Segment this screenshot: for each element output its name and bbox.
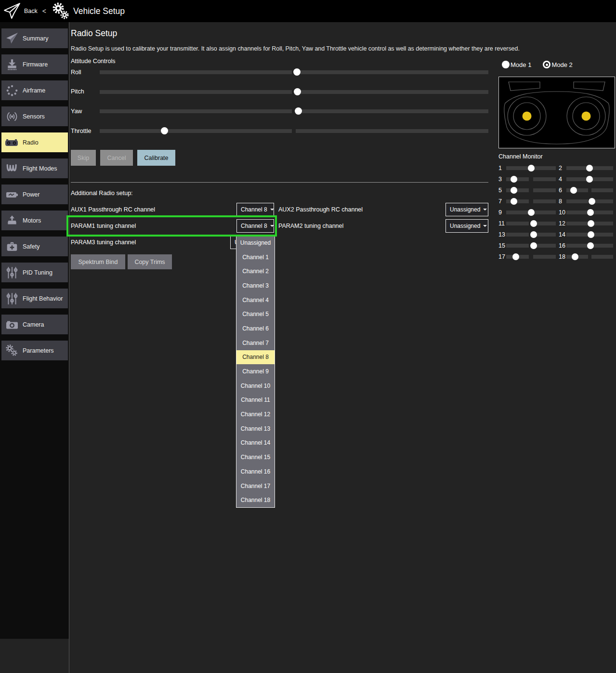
sidebar-item-label: Safety — [23, 243, 39, 250]
channel-10-monitor-bar — [566, 211, 613, 214]
channel-number: 6 — [559, 187, 566, 194]
dropdown-option-channel-3[interactable]: Channel 3 — [236, 278, 275, 293]
slider-label: Throttle — [71, 128, 91, 135]
param3-label: PARAM3 tuning channel — [71, 236, 136, 249]
calibrate-button[interactable]: Calibrate — [137, 150, 175, 166]
channel-monitor-row: 1 — [498, 162, 559, 173]
channel-monitor-row: 16 — [559, 240, 616, 251]
channel-number: 12 — [559, 220, 566, 227]
channel-18-monitor-bar — [566, 255, 613, 259]
sidebar-item-motors[interactable]: Motors — [1, 211, 68, 230]
param2-label: PARAM2 tuning channel — [278, 219, 343, 233]
slider-label: Roll — [71, 69, 81, 76]
channel-14-monitor-bar — [566, 233, 613, 237]
channel-number: 1 — [498, 165, 506, 172]
transmitter-sticks-graphic — [498, 77, 615, 148]
page-title: Radio Setup — [71, 28, 117, 39]
transmitter-mode-radios: Mode 1Mode 2 — [502, 61, 573, 68]
channel-number: 16 — [559, 242, 566, 249]
param1-channel-combobox[interactable]: Channel 8 — [236, 219, 274, 233]
attitude-row-yaw: Yaw — [71, 108, 488, 115]
param1-label: PARAM1 tuning channel — [71, 219, 136, 233]
aux1-channel-combobox[interactable]: Channel 8 — [236, 203, 274, 216]
mode-2-radio[interactable]: Mode 2 — [543, 61, 572, 68]
sidebar-item-label: PID Tuning — [23, 269, 52, 276]
channel-monitor-row: 10 — [559, 207, 616, 218]
mode-1-radio[interactable]: Mode 1 — [502, 61, 531, 68]
aux1-label: AUX1 Passthrough RC channel — [71, 203, 155, 216]
channel-value-dot — [572, 253, 578, 260]
sidebar-item-flight-modes[interactable]: Flight Modes — [1, 158, 68, 178]
dropdown-option-channel-18[interactable]: Channel 18 — [236, 493, 275, 507]
channel-value-dot — [586, 165, 593, 172]
camera-icon — [1, 319, 23, 330]
channel-6-monitor-bar — [566, 188, 613, 192]
copy-trims-button[interactable]: Copy Trims — [128, 254, 172, 269]
sidebar: SummaryFirmwareAirframeSensorsRadioFligh… — [1, 28, 68, 367]
firmware-download-icon — [1, 58, 23, 71]
dropdown-option-channel-16[interactable]: Channel 16 — [236, 464, 275, 479]
page-header-title: Vehicle Setup — [73, 6, 125, 16]
channel-11-monitor-bar — [506, 222, 556, 225]
sidebar-item-airframe[interactable]: Airframe — [1, 80, 68, 100]
channel-value-dot — [512, 253, 519, 260]
sidebar-item-flight-behavior[interactable]: Flight Behavior — [1, 289, 68, 308]
spektrum-bind-button[interactable]: Spektrum Bind — [71, 254, 125, 269]
channel-number: 4 — [559, 176, 566, 183]
sidebar-item-safety[interactable]: Safety — [1, 237, 68, 256]
dropdown-option-channel-15[interactable]: Channel 15 — [236, 450, 275, 464]
channel-value-dot — [511, 187, 517, 194]
channel-monitor-row: 12 — [559, 218, 616, 229]
sidebar-item-radio[interactable]: Radio — [1, 132, 68, 152]
sidebar-item-power[interactable]: Power — [1, 185, 68, 204]
flight-behavior-icon — [1, 292, 23, 305]
pitch-slider-track — [100, 90, 488, 94]
dropdown-option-channel-5[interactable]: Channel 5 — [236, 307, 275, 321]
skip-button[interactable]: Skip — [71, 150, 96, 166]
channel-value-dot — [588, 220, 594, 227]
dropdown-option-unassigned[interactable]: Unassigned — [236, 236, 275, 250]
radio-circle-icon — [543, 61, 550, 68]
channel-1-monitor-bar — [506, 166, 556, 170]
dropdown-option-channel-4[interactable]: Channel 4 — [236, 293, 275, 307]
cancel-button[interactable]: Cancel — [100, 150, 133, 166]
sidebar-item-summary[interactable]: Summary — [1, 28, 68, 48]
dropdown-option-channel-7[interactable]: Channel 7 — [236, 336, 275, 350]
dropdown-option-channel-6[interactable]: Channel 6 — [236, 321, 275, 336]
dropdown-option-channel-14[interactable]: Channel 14 — [236, 436, 275, 450]
sidebar-item-parameters[interactable]: Parameters — [1, 341, 68, 360]
aux2-channel-combobox[interactable]: Unassigned — [446, 203, 488, 216]
sidebar-item-firmware[interactable]: Firmware — [1, 54, 68, 74]
channel-2-monitor-bar — [566, 166, 613, 170]
sidebar-item-pid-tuning[interactable]: PID Tuning — [1, 263, 68, 282]
dropdown-option-channel-8[interactable]: Channel 8 — [236, 350, 275, 365]
safety-icon — [1, 240, 23, 253]
dropdown-option-channel-2[interactable]: Channel 2 — [236, 264, 275, 278]
app-logo-icon[interactable] — [3, 1, 21, 21]
sidebar-item-camera[interactable]: Camera — [1, 315, 68, 334]
dropdown-option-channel-9[interactable]: Channel 9 — [236, 364, 275, 379]
channel-5-monitor-bar — [506, 188, 556, 192]
back-button[interactable]: Back — [24, 8, 38, 14]
dropdown-option-channel-11[interactable]: Channel 11 — [236, 393, 275, 408]
channel-number: 8 — [559, 198, 566, 205]
sidebar-item-label: Airframe — [23, 87, 45, 94]
page-description: Radio Setup is used to calibrate your tr… — [71, 45, 520, 52]
dropdown-option-channel-13[interactable]: Channel 13 — [236, 422, 275, 436]
sidebar-item-sensors[interactable]: Sensors — [1, 106, 68, 126]
chevron-down-icon — [270, 209, 274, 211]
parameters-icon — [1, 344, 23, 357]
channel-monitor-row: 17 — [498, 251, 559, 262]
dropdown-option-channel-1[interactable]: Channel 1 — [236, 250, 275, 264]
channel-value-dot — [589, 198, 595, 205]
dropdown-option-channel-10[interactable]: Channel 10 — [236, 379, 275, 393]
pid-tuning-icon — [1, 266, 23, 279]
channel-monitor-row: 8 — [559, 196, 616, 207]
yaw-slider-track — [100, 109, 488, 113]
dropdown-option-channel-17[interactable]: Channel 17 — [236, 479, 275, 493]
vehicle-setup-window: Back < Vehicle Setup SummaryFirmwareAirf… — [0, 0, 616, 673]
param2-channel-combobox[interactable]: Unassigned — [446, 219, 488, 233]
dropdown-option-channel-12[interactable]: Channel 12 — [236, 407, 275, 422]
sidebar-item-label: Camera — [23, 321, 44, 328]
throttle-slider-thumb — [161, 127, 168, 134]
